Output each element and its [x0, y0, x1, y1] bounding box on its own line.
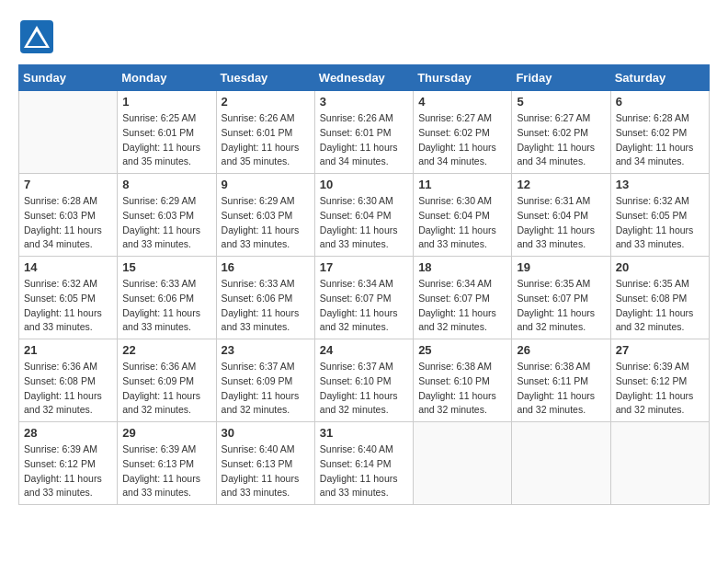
calendar-cell [19, 91, 118, 174]
day-number: 25 [418, 343, 506, 357]
calendar-cell: 6Sunrise: 6:28 AM Sunset: 6:02 PM Daylig… [610, 91, 709, 174]
day-detail: Sunrise: 6:39 AM Sunset: 6:12 PM Dayligh… [616, 360, 704, 418]
calendar-cell: 5Sunrise: 6:27 AM Sunset: 6:02 PM Daylig… [512, 91, 610, 174]
day-detail: Sunrise: 6:30 AM Sunset: 6:04 PM Dayligh… [418, 194, 506, 252]
day-number: 29 [122, 426, 210, 440]
calendar-cell: 11Sunrise: 6:30 AM Sunset: 6:04 PM Dayli… [414, 174, 512, 257]
day-number: 5 [517, 95, 605, 109]
day-detail: Sunrise: 6:34 AM Sunset: 6:07 PM Dayligh… [418, 277, 506, 335]
day-detail: Sunrise: 6:36 AM Sunset: 6:09 PM Dayligh… [122, 360, 210, 418]
day-detail: Sunrise: 6:39 AM Sunset: 6:13 PM Dayligh… [122, 442, 210, 500]
day-header-wednesday: Wednesday [314, 65, 413, 91]
calendar-cell: 18Sunrise: 6:34 AM Sunset: 6:07 PM Dayli… [414, 257, 512, 339]
day-detail: Sunrise: 6:25 AM Sunset: 6:01 PM Dayligh… [122, 111, 210, 169]
calendar-cell: 25Sunrise: 6:38 AM Sunset: 6:10 PM Dayli… [414, 339, 512, 422]
day-number: 3 [320, 95, 408, 109]
day-detail: Sunrise: 6:39 AM Sunset: 6:12 PM Dayligh… [24, 442, 112, 500]
day-detail: Sunrise: 6:35 AM Sunset: 6:07 PM Dayligh… [517, 277, 605, 335]
day-number: 26 [517, 343, 605, 357]
week-row-3: 21Sunrise: 6:36 AM Sunset: 6:08 PM Dayli… [19, 339, 710, 422]
page-header [18, 18, 710, 55]
calendar-cell: 26Sunrise: 6:38 AM Sunset: 6:11 PM Dayli… [512, 339, 610, 422]
day-detail: Sunrise: 6:33 AM Sunset: 6:06 PM Dayligh… [222, 277, 310, 335]
calendar-cell: 31Sunrise: 6:40 AM Sunset: 6:14 PM Dayli… [314, 422, 413, 505]
day-number: 9 [222, 178, 310, 191]
day-number: 19 [517, 260, 605, 274]
calendar-cell [610, 422, 709, 505]
day-header-monday: Monday [118, 65, 216, 91]
calendar-cell: 7Sunrise: 6:28 AM Sunset: 6:03 PM Daylig… [19, 174, 118, 257]
calendar-cell: 1Sunrise: 6:25 AM Sunset: 6:01 PM Daylig… [118, 91, 216, 174]
day-number: 12 [517, 178, 605, 191]
calendar-cell: 8Sunrise: 6:29 AM Sunset: 6:03 PM Daylig… [118, 174, 216, 257]
day-number: 6 [616, 95, 704, 109]
calendar-cell: 20Sunrise: 6:35 AM Sunset: 6:08 PM Dayli… [610, 257, 709, 339]
day-detail: Sunrise: 6:40 AM Sunset: 6:13 PM Dayligh… [222, 442, 310, 500]
calendar-cell: 4Sunrise: 6:27 AM Sunset: 6:02 PM Daylig… [414, 91, 512, 174]
day-number: 1 [122, 95, 210, 109]
calendar-cell: 9Sunrise: 6:29 AM Sunset: 6:03 PM Daylig… [216, 174, 314, 257]
day-detail: Sunrise: 6:33 AM Sunset: 6:06 PM Dayligh… [122, 277, 210, 335]
day-detail: Sunrise: 6:27 AM Sunset: 6:02 PM Dayligh… [517, 111, 605, 169]
logo [18, 18, 59, 55]
calendar-cell: 13Sunrise: 6:32 AM Sunset: 6:05 PM Dayli… [610, 174, 709, 257]
day-number: 20 [616, 260, 704, 274]
day-header-tuesday: Tuesday [216, 65, 314, 91]
calendar-cell: 23Sunrise: 6:37 AM Sunset: 6:09 PM Dayli… [216, 339, 314, 422]
calendar-cell: 22Sunrise: 6:36 AM Sunset: 6:09 PM Dayli… [118, 339, 216, 422]
day-detail: Sunrise: 6:28 AM Sunset: 6:02 PM Dayligh… [616, 111, 704, 169]
day-number: 15 [122, 260, 210, 274]
day-detail: Sunrise: 6:29 AM Sunset: 6:03 PM Dayligh… [122, 194, 210, 252]
day-detail: Sunrise: 6:31 AM Sunset: 6:04 PM Dayligh… [517, 194, 605, 252]
day-header-thursday: Thursday [414, 65, 512, 91]
calendar-cell: 30Sunrise: 6:40 AM Sunset: 6:13 PM Dayli… [216, 422, 314, 505]
day-number: 14 [24, 260, 112, 274]
day-number: 31 [320, 426, 408, 440]
day-detail: Sunrise: 6:26 AM Sunset: 6:01 PM Dayligh… [222, 111, 310, 169]
day-number: 23 [222, 343, 310, 357]
day-number: 2 [222, 95, 310, 109]
calendar-cell: 16Sunrise: 6:33 AM Sunset: 6:06 PM Dayli… [216, 257, 314, 339]
calendar-cell: 19Sunrise: 6:35 AM Sunset: 6:07 PM Dayli… [512, 257, 610, 339]
week-row-4: 28Sunrise: 6:39 AM Sunset: 6:12 PM Dayli… [19, 422, 710, 505]
day-number: 16 [222, 260, 310, 274]
day-number: 21 [24, 343, 112, 357]
week-row-2: 14Sunrise: 6:32 AM Sunset: 6:05 PM Dayli… [19, 257, 710, 339]
calendar-cell: 10Sunrise: 6:30 AM Sunset: 6:04 PM Dayli… [314, 174, 413, 257]
calendar-cell: 2Sunrise: 6:26 AM Sunset: 6:01 PM Daylig… [216, 91, 314, 174]
week-row-0: 1Sunrise: 6:25 AM Sunset: 6:01 PM Daylig… [19, 91, 710, 174]
calendar-cell: 17Sunrise: 6:34 AM Sunset: 6:07 PM Dayli… [314, 257, 413, 339]
day-detail: Sunrise: 6:37 AM Sunset: 6:09 PM Dayligh… [222, 360, 310, 418]
day-detail: Sunrise: 6:40 AM Sunset: 6:14 PM Dayligh… [320, 442, 408, 500]
day-detail: Sunrise: 6:37 AM Sunset: 6:10 PM Dayligh… [320, 360, 408, 418]
day-detail: Sunrise: 6:29 AM Sunset: 6:03 PM Dayligh… [222, 194, 310, 252]
day-number: 4 [418, 95, 506, 109]
calendar-cell [512, 422, 610, 505]
calendar-cell: 21Sunrise: 6:36 AM Sunset: 6:08 PM Dayli… [19, 339, 118, 422]
day-number: 8 [122, 178, 210, 191]
day-detail: Sunrise: 6:38 AM Sunset: 6:11 PM Dayligh… [517, 360, 605, 418]
day-header-sunday: Sunday [19, 65, 118, 91]
day-header-saturday: Saturday [610, 65, 709, 91]
day-detail: Sunrise: 6:30 AM Sunset: 6:04 PM Dayligh… [320, 194, 408, 252]
day-detail: Sunrise: 6:27 AM Sunset: 6:02 PM Dayligh… [418, 111, 506, 169]
day-number: 11 [418, 178, 506, 191]
calendar-cell [414, 422, 512, 505]
calendar-cell: 3Sunrise: 6:26 AM Sunset: 6:01 PM Daylig… [314, 91, 413, 174]
day-number: 24 [320, 343, 408, 357]
day-detail: Sunrise: 6:34 AM Sunset: 6:07 PM Dayligh… [320, 277, 408, 335]
day-detail: Sunrise: 6:26 AM Sunset: 6:01 PM Dayligh… [320, 111, 408, 169]
day-number: 28 [24, 426, 112, 440]
day-detail: Sunrise: 6:38 AM Sunset: 6:10 PM Dayligh… [418, 360, 506, 418]
calendar-header-row: SundayMondayTuesdayWednesdayThursdayFrid… [19, 65, 710, 91]
calendar-cell: 12Sunrise: 6:31 AM Sunset: 6:04 PM Dayli… [512, 174, 610, 257]
day-number: 30 [222, 426, 310, 440]
calendar-cell: 24Sunrise: 6:37 AM Sunset: 6:10 PM Dayli… [314, 339, 413, 422]
logo-icon [18, 18, 55, 55]
day-number: 18 [418, 260, 506, 274]
calendar-table: SundayMondayTuesdayWednesdayThursdayFrid… [18, 64, 710, 505]
calendar-cell: 15Sunrise: 6:33 AM Sunset: 6:06 PM Dayli… [118, 257, 216, 339]
day-header-friday: Friday [512, 65, 610, 91]
day-detail: Sunrise: 6:36 AM Sunset: 6:08 PM Dayligh… [24, 360, 112, 418]
day-number: 22 [122, 343, 210, 357]
